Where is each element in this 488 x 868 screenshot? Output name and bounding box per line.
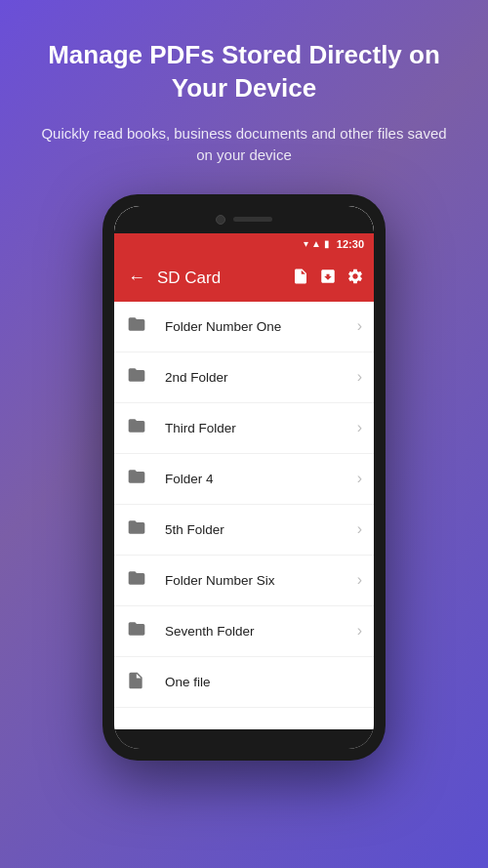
- chevron-right-icon: ›: [357, 368, 362, 386]
- file-name: Folder 4: [165, 472, 357, 486]
- file-name: Seventh Folder: [165, 624, 357, 639]
- file-name: 5th Folder: [165, 522, 357, 537]
- list-item[interactable]: Folder Number Six ›: [114, 556, 374, 606]
- file-name: 2nd Folder: [165, 370, 357, 385]
- phone-speaker: [233, 217, 272, 222]
- status-bar: ▾ ▲ ▮ 12:30: [114, 233, 374, 255]
- file-name: Folder Number One: [165, 319, 357, 334]
- chevron-right-icon: ›: [357, 622, 362, 640]
- folder-icon: [126, 416, 153, 439]
- settings-icon[interactable]: [346, 268, 364, 289]
- app-bar-title: SD Card: [157, 269, 284, 288]
- list-item[interactable]: Folder Number One ›: [114, 302, 374, 352]
- phone-bottom-bar: [114, 729, 374, 749]
- folder-icon: [126, 314, 153, 338]
- hero-title: Manage PDFs Stored Directly on Your Devi…: [0, 39, 488, 105]
- chevron-right-icon: ›: [357, 520, 362, 538]
- chevron-right-icon: ›: [357, 470, 362, 487]
- battery-icon: ▮: [324, 238, 330, 249]
- file-list: Folder Number One › 2nd Folder ›: [114, 302, 374, 729]
- list-item[interactable]: 5th Folder ›: [114, 505, 374, 556]
- hero-subtitle: Quickly read books, business documents a…: [0, 123, 488, 167]
- app-bar: ← SD Card: [114, 255, 374, 302]
- list-item[interactable]: One file ›: [114, 657, 374, 708]
- back-button[interactable]: ←: [124, 264, 149, 292]
- wifi-icon: ▾: [304, 238, 308, 249]
- phone-screen: ▾ ▲ ▮ 12:30 ← SD Card: [114, 206, 374, 749]
- file-name: Third Folder: [165, 421, 357, 435]
- status-time: 12:30: [337, 238, 364, 250]
- list-item[interactable]: 2nd Folder ›: [114, 352, 374, 403]
- list-item[interactable]: Folder 4 ›: [114, 454, 374, 505]
- list-item[interactable]: Seventh Folder ›: [114, 606, 374, 657]
- upload-icon[interactable]: [319, 268, 337, 289]
- phone-camera: [216, 215, 225, 225]
- file-name: Folder Number Six: [165, 573, 357, 588]
- folder-icon: [126, 568, 153, 592]
- file-name: One file: [165, 675, 357, 689]
- chevron-right-icon: ›: [357, 571, 362, 589]
- list-item[interactable]: Third Folder ›: [114, 403, 374, 454]
- chevron-right-icon: ›: [357, 317, 362, 335]
- folder-icon: [126, 467, 153, 490]
- file-doc-icon: [126, 670, 153, 693]
- phone-top-bar: [114, 206, 374, 233]
- document-icon[interactable]: [292, 268, 309, 289]
- folder-icon: [126, 517, 153, 541]
- folder-icon: [126, 365, 153, 389]
- app-bar-icons: [292, 268, 364, 289]
- status-icons: ▾ ▲ ▮ 12:30: [304, 238, 364, 250]
- chevron-right-icon: ›: [357, 419, 362, 436]
- folder-icon: [126, 619, 153, 642]
- signal-icon: ▲: [311, 238, 321, 249]
- phone-mockup: ▾ ▲ ▮ 12:30 ← SD Card: [102, 194, 386, 761]
